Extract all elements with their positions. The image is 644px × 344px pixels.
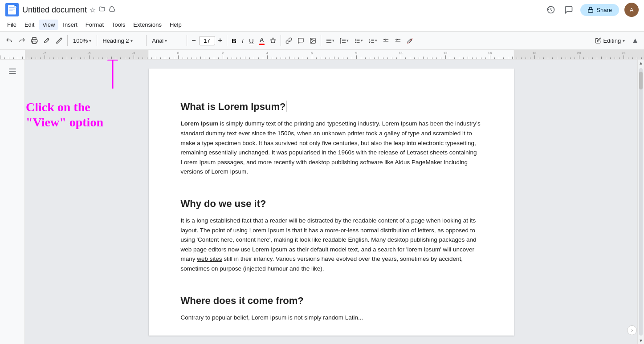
menu-edit[interactable]: Edit bbox=[21, 20, 38, 30]
comment-button[interactable] bbox=[295, 36, 306, 46]
svg-line-29 bbox=[407, 38, 413, 44]
separator-3 bbox=[146, 35, 147, 46]
scroll-track[interactable] bbox=[639, 68, 643, 336]
ruler bbox=[0, 50, 644, 60]
font-size-decrease-button[interactable]: − bbox=[189, 35, 198, 46]
bold-button[interactable]: B bbox=[229, 35, 239, 46]
history-button[interactable] bbox=[545, 4, 557, 16]
comments-button[interactable] bbox=[562, 4, 575, 16]
font-size-input[interactable] bbox=[199, 36, 215, 45]
paragraph-2[interactable]: It is a long established fact that a rea… bbox=[181, 216, 482, 274]
document-scroll-area[interactable]: What is Lorem Ipsum? Lorem Ipsum is simp… bbox=[25, 60, 637, 344]
main-area: Click on the "View" option What is Lorem… bbox=[0, 60, 644, 344]
paragraph-3[interactable]: Contrary to popular belief, Lorem Ipsum … bbox=[181, 313, 482, 323]
right-actions: Share A bbox=[545, 3, 639, 17]
scroll-thumb[interactable] bbox=[639, 72, 643, 89]
section-2: Why do we use it? It is a long establish… bbox=[181, 198, 482, 274]
svg-rect-2 bbox=[9, 7, 15, 8]
line-spacing-button[interactable]: ▾ bbox=[338, 36, 351, 46]
spellcheck-button[interactable] bbox=[41, 35, 53, 46]
scrollbar-panel[interactable]: ▲ ▼ bbox=[637, 60, 644, 344]
heading-3[interactable]: Where does it come from? bbox=[181, 295, 482, 307]
svg-rect-8 bbox=[33, 41, 36, 43]
font-size-increase-button[interactable]: + bbox=[216, 35, 224, 46]
docs-icon bbox=[5, 3, 19, 16]
star-icon[interactable]: ☆ bbox=[90, 6, 96, 14]
scroll-up-button[interactable]: ▲ bbox=[638, 60, 644, 66]
font-arrow: ▾ bbox=[165, 38, 167, 43]
link-button[interactable] bbox=[283, 36, 294, 46]
separator-2 bbox=[97, 35, 97, 46]
heading-2[interactable]: Why do we use it? bbox=[181, 198, 482, 210]
numbered-list-button[interactable]: ▾ bbox=[366, 36, 379, 46]
share-label: Share bbox=[596, 7, 612, 13]
zoom-value: 100% bbox=[73, 37, 88, 44]
expand-button[interactable]: › bbox=[627, 325, 637, 335]
heading-1[interactable]: What is Lorem Ipsum? bbox=[181, 101, 482, 113]
paragraph-1[interactable]: Lorem Ipsum is simply dummy text of the … bbox=[181, 119, 482, 177]
folder-icon[interactable] bbox=[98, 5, 106, 14]
undo-button[interactable] bbox=[4, 35, 15, 46]
ruler-canvas bbox=[0, 50, 644, 59]
cloud-save-icon bbox=[108, 5, 115, 14]
editing-mode-button[interactable]: Editing ▾ bbox=[591, 35, 629, 46]
title-bar: Untitled document ☆ Share A bbox=[0, 0, 644, 18]
separator-6 bbox=[281, 35, 281, 46]
paint-format-button[interactable] bbox=[53, 35, 65, 46]
font-value: Arial bbox=[152, 37, 163, 44]
section-1: What is Lorem Ipsum? Lorem Ipsum is simp… bbox=[181, 101, 482, 177]
menu-file[interactable]: File bbox=[4, 20, 20, 30]
menu-bar: File Edit View Insert Format Tools Exten… bbox=[0, 18, 644, 31]
checklist-button[interactable]: ▾ bbox=[352, 36, 365, 46]
indent-decrease-button[interactable] bbox=[380, 36, 391, 46]
separator-5 bbox=[227, 35, 227, 46]
separator-7 bbox=[321, 35, 321, 46]
menu-help[interactable]: Help bbox=[166, 20, 185, 30]
svg-point-11 bbox=[311, 39, 312, 40]
menu-tools[interactable]: Tools bbox=[108, 20, 129, 30]
text-cursor bbox=[286, 101, 286, 112]
zoom-arrow: ▾ bbox=[89, 38, 91, 43]
separator-4 bbox=[187, 35, 187, 46]
toolbar-collapse-button[interactable]: ▲ bbox=[630, 36, 640, 45]
separator-1 bbox=[67, 35, 68, 46]
svg-rect-7 bbox=[588, 9, 593, 12]
menu-format[interactable]: Format bbox=[82, 20, 107, 30]
editing-mode-arrow: ▾ bbox=[623, 38, 625, 43]
document-page[interactable]: What is Lorem Ipsum? Lorem Ipsum is simp… bbox=[149, 69, 514, 336]
menu-view[interactable]: View bbox=[39, 20, 58, 30]
indent-increase-button[interactable] bbox=[392, 36, 404, 46]
heading-dropdown[interactable]: Heading 2 ▾ bbox=[99, 36, 144, 46]
heading-arrow: ▾ bbox=[130, 38, 133, 43]
user-avatar[interactable]: A bbox=[624, 3, 639, 17]
menu-extensions[interactable]: Extensions bbox=[130, 20, 165, 30]
left-panel: Click on the "View" option bbox=[0, 60, 25, 344]
title-area: Untitled document ☆ bbox=[22, 5, 545, 15]
doc-title-row: Untitled document ☆ bbox=[22, 5, 545, 15]
italic-button[interactable]: I bbox=[240, 35, 246, 46]
toolbar: 100% ▾ Heading 2 ▾ Arial ▾ − + B I U A ▾… bbox=[0, 31, 644, 50]
heading-value: Heading 2 bbox=[102, 37, 129, 44]
share-button[interactable]: Share bbox=[580, 4, 619, 16]
document-title[interactable]: Untitled document bbox=[22, 5, 87, 15]
underline-button[interactable]: U bbox=[247, 35, 256, 46]
image-button[interactable] bbox=[307, 36, 318, 46]
highlight-button[interactable] bbox=[268, 36, 278, 45]
lorem-ipsum-bold: Lorem Ipsum bbox=[181, 120, 219, 127]
paragraph-1-text: is simply dummy text of the printing and… bbox=[181, 120, 481, 175]
paragraph-2-text: It is a long established fact that a rea… bbox=[181, 217, 477, 272]
svg-rect-3 bbox=[9, 9, 15, 10]
redo-button[interactable] bbox=[16, 35, 28, 46]
clear-format-button[interactable] bbox=[404, 36, 416, 46]
outline-toggle-button[interactable] bbox=[5, 64, 20, 81]
editing-mode-label: Editing bbox=[603, 37, 621, 44]
font-dropdown[interactable]: Arial ▾ bbox=[149, 36, 184, 46]
scroll-down-button[interactable]: ▼ bbox=[638, 337, 644, 344]
menu-insert[interactable]: Insert bbox=[59, 20, 81, 30]
svg-rect-4 bbox=[9, 11, 13, 12]
align-button[interactable]: ▾ bbox=[323, 36, 337, 46]
text-color-button[interactable]: A bbox=[257, 35, 267, 47]
zoom-dropdown[interactable]: 100% ▾ bbox=[70, 36, 94, 46]
section-3: Where does it come from? Contrary to pop… bbox=[181, 295, 482, 323]
print-button[interactable] bbox=[29, 35, 40, 46]
